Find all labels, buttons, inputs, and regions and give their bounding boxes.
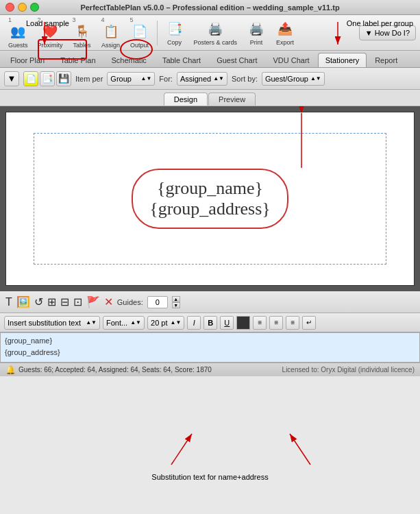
design-tab-design[interactable]: Design xyxy=(164,93,208,106)
flag-icon[interactable]: 🚩 xyxy=(86,295,100,308)
status-bar: 🔔 Guests: 66; Accepted: 64, Assigned: 64… xyxy=(0,363,420,376)
tab-report[interactable]: Report xyxy=(367,53,405,67)
bold-btn[interactable]: B xyxy=(203,316,217,330)
bottom-toolbar: T 🖼️ ↺ ⊞ ⊟ ⊡ 🚩 ✕ Guides: ▲ ▼ xyxy=(0,291,420,313)
italic-btn[interactable]: I xyxy=(187,316,201,330)
arrow-substitution-right xyxy=(242,424,351,472)
for-label: For: xyxy=(159,75,173,83)
export-icon: 📤 xyxy=(275,19,295,38)
maximize-button[interactable] xyxy=(30,3,39,12)
toolbar-guests[interactable]: 1 👥 Guests xyxy=(4,14,32,51)
align-left-btn[interactable]: ≡ xyxy=(253,316,267,330)
status-license: Licensed to: Oryx Digital (individual li… xyxy=(282,366,415,374)
align-icon[interactable]: ⊞ xyxy=(47,295,56,308)
titlebar: PerfectTablePlan v5.0.0 – Professional e… xyxy=(0,0,420,15)
save-btn[interactable]: 💾 xyxy=(56,71,71,86)
dropdown-arrow-btn[interactable]: ▼ xyxy=(4,71,19,86)
toolbar-separator-1 xyxy=(157,21,158,45)
tables-icon: 🪑 xyxy=(73,22,92,41)
toolbar-tables[interactable]: 3 🪑 Tables xyxy=(69,14,96,51)
guides-input[interactable] xyxy=(147,296,168,308)
underline-btn[interactable]: U xyxy=(220,316,234,330)
arrow-substitution-left xyxy=(137,424,288,472)
toolbar-posters[interactable]: 🖨️ Posters & cards xyxy=(190,17,242,48)
align-center-btn[interactable]: ≡ xyxy=(269,316,283,330)
font-select-box[interactable]: Font... ▲▼ xyxy=(103,316,145,330)
tab-table-chart[interactable]: Table Chart xyxy=(155,53,208,67)
grid-icon[interactable]: ⊟ xyxy=(60,295,69,308)
align-right-btn[interactable]: ≡ xyxy=(286,316,299,330)
canvas-inner: {group_name} {group_address} xyxy=(5,112,415,286)
output-icon: 📄 xyxy=(130,22,149,41)
toolbar-copy[interactable]: 📑 Copy xyxy=(161,17,188,48)
for-select[interactable]: Assigned ▲▼ xyxy=(177,72,227,86)
print-icon: 🖨️ xyxy=(247,19,266,38)
svg-line-9 xyxy=(290,434,310,465)
tab-stationery[interactable]: Stationery xyxy=(318,53,367,67)
toolbar-output[interactable]: 5 📄 Output xyxy=(126,14,153,51)
copy-item-btn[interactable]: 📑 xyxy=(40,71,55,86)
window-controls[interactable] xyxy=(5,3,39,12)
minimize-button[interactable] xyxy=(18,3,27,12)
sort-label: Sort by: xyxy=(232,75,258,83)
rotate-icon[interactable]: ↺ xyxy=(34,295,43,308)
dashed-selection-box: {group_name} {group_address} xyxy=(34,133,386,265)
sub-toolbar: ▼ 📄 📑 💾 Item per Group ▲▼ For: Assigned … xyxy=(0,68,420,90)
stepper-up[interactable]: ▲ xyxy=(172,296,180,302)
status-icon: 🔔 xyxy=(5,365,16,375)
font-arrow: ▲▼ xyxy=(130,319,141,326)
text-tool-icon[interactable]: T xyxy=(5,296,12,308)
help-button[interactable]: ▼ How Do I? xyxy=(359,25,416,40)
tab-floor-plan[interactable]: Floor Plan xyxy=(3,53,52,67)
svg-line-7 xyxy=(171,434,192,465)
window-title: PerfectTablePlan v5.0.0 – Professional e… xyxy=(80,3,339,12)
font-toolbar: Insert substitution text ▲▼ Font... ▲▼ 2… xyxy=(0,313,420,332)
main-toolbar: 1 👥 Guests 2 ❤️ Proximity 3 🪑 Tables 4 📋… xyxy=(0,15,420,51)
insert-substitution-select[interactable]: Insert substitution text ▲▼ xyxy=(4,316,100,330)
tab-schematic[interactable]: Schematic xyxy=(104,53,154,67)
new-item-btn[interactable]: 📄 xyxy=(23,71,38,86)
text-line-2: {group_address} xyxy=(5,347,415,358)
status-stats: Guests: 66; Accepted: 64, Assigned: 64, … xyxy=(18,366,280,374)
close-button[interactable] xyxy=(5,3,14,12)
tab-vdu-chart[interactable]: VDU Chart xyxy=(265,53,317,67)
toolbar-assign[interactable]: 4 📋 Assign xyxy=(97,14,125,51)
image-tool-icon[interactable]: 🖼️ xyxy=(16,295,30,308)
text-line-1: {group_name} xyxy=(5,335,415,347)
return-btn[interactable]: ↵ xyxy=(302,316,316,330)
text-area[interactable]: {group_name} {group_address} xyxy=(0,332,420,363)
sort-arrow: ▲▼ xyxy=(310,75,321,82)
move-icon[interactable]: ⊡ xyxy=(73,295,82,308)
toolbar-export[interactable]: 📤 Export xyxy=(271,17,299,48)
item-per-label: Item per xyxy=(75,75,103,83)
assign-icon: 📋 xyxy=(101,22,121,41)
color-picker[interactable] xyxy=(236,316,250,330)
toolbar-print[interactable]: 🖨️ Print xyxy=(243,17,270,48)
posters-icon: 🖨️ xyxy=(206,19,225,38)
label-content[interactable]: {group_name} {group_address} xyxy=(132,169,288,229)
label-line-1: {group_name} xyxy=(149,178,271,199)
tabs-bar: Floor Plan Table Plan Schematic Table Ch… xyxy=(0,51,420,68)
toolbar-proximity[interactable]: 2 ❤️ Proximity xyxy=(34,14,67,51)
font-size-box[interactable]: 20 pt ▲▼ xyxy=(147,316,184,330)
design-tab-preview[interactable]: Preview xyxy=(208,93,256,106)
sort-select[interactable]: Guest/Group ▲▼ xyxy=(262,72,325,86)
proximity-icon: ❤️ xyxy=(40,22,60,41)
insert-arrow: ▲▼ xyxy=(86,319,97,326)
guides-stepper[interactable]: ▲ ▼ xyxy=(172,296,180,308)
annotation-substitution: Substitution text for name+address xyxy=(151,473,268,481)
delete-icon[interactable]: ✕ xyxy=(104,295,113,308)
design-tabs: Design Preview xyxy=(0,90,420,106)
help-label: ▼ How Do I? xyxy=(365,29,410,37)
tab-table-plan[interactable]: Table Plan xyxy=(53,53,103,67)
stepper-down[interactable]: ▼ xyxy=(172,302,180,308)
guests-icon: 👥 xyxy=(8,22,27,41)
label-line-2: {group_address} xyxy=(149,199,271,219)
tab-guest-chart[interactable]: Guest Chart xyxy=(209,53,264,67)
guides-label: Guides: xyxy=(117,298,143,306)
item-per-arrow: ▲▼ xyxy=(141,75,152,82)
item-per-select[interactable]: Group ▲▼ xyxy=(107,72,155,86)
copy-icon: 📑 xyxy=(165,19,184,38)
canvas-area[interactable]: {group_name} {group_address} xyxy=(0,106,420,291)
size-arrow: ▲▼ xyxy=(171,319,182,326)
